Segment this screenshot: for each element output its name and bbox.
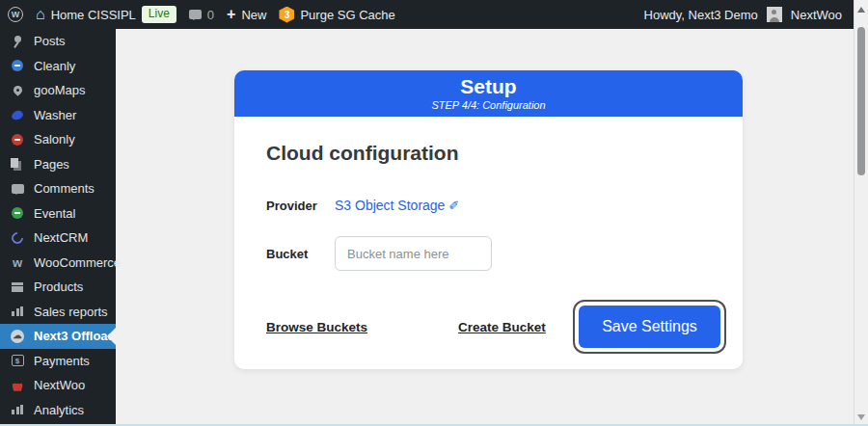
pushpin-icon bbox=[10, 34, 25, 49]
user-avatar[interactable] bbox=[767, 7, 782, 22]
salonly-icon bbox=[10, 132, 25, 147]
plus-icon: + bbox=[227, 7, 235, 22]
sidebar-item-label: Evental bbox=[34, 206, 75, 221]
scroll-up-arrow-icon[interactable] bbox=[857, 7, 865, 13]
pages-icon bbox=[10, 156, 25, 172]
save-settings-button[interactable]: Save Settings bbox=[579, 306, 720, 348]
vertical-scrollbar[interactable] bbox=[854, 0, 868, 426]
sidebar-item-comments[interactable]: Comments bbox=[0, 176, 116, 201]
washer-icon bbox=[10, 107, 25, 122]
edit-pencil-icon[interactable]: ✐ bbox=[448, 199, 459, 213]
sidebar-item-label: Sales reports bbox=[34, 305, 108, 319]
setup-card-footer: Browse Buckets Create Bucket Save Settin… bbox=[266, 304, 720, 350]
bar-chart-icon bbox=[10, 402, 25, 417]
comment-icon bbox=[189, 10, 202, 19]
sidebar-item-payments[interactable]: Payments bbox=[0, 349, 116, 374]
sidebar-item-label: Next3 Offload bbox=[34, 329, 116, 343]
sidebar-item-pages[interactable]: Pages bbox=[0, 152, 116, 177]
sidebar-item-analytics[interactable]: Analytics bbox=[0, 398, 116, 423]
setup-card-header: Setup STEP 4/4: Configuration bbox=[234, 70, 743, 117]
bucket-label: Bucket bbox=[266, 247, 335, 261]
sidebar-item-sales-reports[interactable]: Sales reports bbox=[0, 300, 116, 325]
live-status-badge: Live bbox=[142, 6, 176, 24]
sidebar-item-label: Washer bbox=[34, 108, 76, 122]
sidebar-item-label: NextWoo bbox=[34, 378, 85, 392]
basket-icon bbox=[10, 378, 25, 393]
sidebar-item-nextcrm[interactable]: NextCRM bbox=[0, 226, 116, 251]
cleanly-icon bbox=[10, 58, 25, 73]
sidebar-item-posts[interactable]: Posts bbox=[0, 29, 116, 54]
sidebar-item-label: Payments bbox=[34, 354, 90, 368]
nextwoo-menu-item[interactable]: NextWoo bbox=[791, 8, 842, 22]
provider-label: Provider bbox=[266, 199, 335, 213]
provider-row: Provider S3 Object Storage ✐ bbox=[266, 198, 711, 213]
home-icon: ⌂ bbox=[36, 7, 45, 22]
next3-hexagon-icon: 3 bbox=[279, 7, 294, 23]
admin-sidebar: Posts Cleanly gooMaps Washer Salonly Pag… bbox=[0, 29, 116, 426]
cloud-icon bbox=[10, 329, 25, 344]
sidebar-item-label: Analytics bbox=[34, 403, 84, 417]
setup-card: Setup STEP 4/4: Configuration Cloud conf… bbox=[234, 70, 743, 369]
nextcrm-icon bbox=[10, 230, 25, 246]
sidebar-item-label: gooMaps bbox=[34, 83, 85, 97]
sidebar-item-washer[interactable]: Washer bbox=[0, 103, 116, 128]
new-content-menu[interactable]: + New bbox=[227, 7, 266, 22]
sidebar-item-label: Cleanly bbox=[34, 59, 75, 73]
site-home-link[interactable]: ⌂ Home CISSIPL Live bbox=[36, 6, 176, 24]
provider-value-link[interactable]: S3 Object Storage ✐ bbox=[335, 198, 459, 213]
bucket-row: Bucket bbox=[266, 236, 711, 271]
sidebar-item-label: Products bbox=[34, 280, 83, 294]
scroll-down-arrow-icon[interactable] bbox=[857, 414, 865, 420]
wp-logo-menu[interactable]: W bbox=[8, 7, 23, 22]
bar-chart-icon bbox=[10, 304, 25, 319]
provider-value: S3 Object Storage bbox=[335, 198, 445, 213]
comment-count: 0 bbox=[207, 8, 214, 22]
scrollbar-thumb[interactable] bbox=[857, 27, 865, 175]
sidebar-item-products[interactable]: Products bbox=[0, 275, 116, 300]
woocommerce-icon: w bbox=[10, 254, 25, 270]
purge-sg-cache-label: Purge SG Cache bbox=[300, 8, 394, 22]
sidebar-item-goomaps[interactable]: gooMaps bbox=[0, 78, 116, 103]
admin-bar: W ⌂ Home CISSIPL Live 0 + New 3 Purge SG… bbox=[0, 0, 854, 29]
bucket-name-input[interactable] bbox=[335, 236, 492, 271]
setup-step-label: STEP 4/4: Configuration bbox=[234, 99, 743, 111]
map-pin-icon bbox=[10, 83, 25, 98]
browse-buckets-link[interactable]: Browse Buckets bbox=[266, 320, 367, 334]
new-label: New bbox=[241, 8, 266, 22]
create-bucket-link[interactable]: Create Bucket bbox=[458, 320, 546, 334]
howdy-user-link[interactable]: Howdy, Next3 Demo bbox=[644, 8, 758, 22]
sidebar-item-label: Comments bbox=[34, 181, 95, 196]
sidebar-item-evental[interactable]: Evental bbox=[0, 201, 116, 226]
wordpress-logo-icon: W bbox=[8, 7, 23, 22]
setup-title: Setup bbox=[234, 75, 743, 98]
comments-link[interactable]: 0 bbox=[189, 8, 214, 22]
sidebar-item-label: WooCommerce bbox=[34, 255, 121, 270]
sidebar-item-label: Salonly bbox=[34, 132, 75, 146]
admin-content-area: Setup STEP 4/4: Configuration Cloud conf… bbox=[116, 29, 854, 426]
sidebar-item-nextwoo[interactable]: NextWoo bbox=[0, 373, 116, 398]
site-name-label: Home CISSIPL bbox=[51, 8, 136, 22]
evental-icon bbox=[10, 205, 25, 221]
purge-sg-cache-button[interactable]: 3 Purge SG Cache bbox=[279, 7, 394, 23]
sidebar-item-next3-offload[interactable]: Next3 Offload bbox=[0, 324, 116, 349]
sidebar-item-label: Pages bbox=[34, 157, 69, 172]
sidebar-item-salonly[interactable]: Salonly bbox=[0, 127, 116, 152]
sidebar-item-label: Posts bbox=[34, 34, 66, 48]
sidebar-item-label: NextCRM bbox=[34, 230, 88, 245]
comment-icon bbox=[10, 181, 25, 197]
sidebar-item-cleanly[interactable]: Cleanly bbox=[0, 54, 116, 79]
sidebar-item-woocommerce[interactable]: w WooCommerce bbox=[0, 251, 116, 276]
cloud-configuration-heading: Cloud configuration bbox=[266, 142, 711, 165]
products-icon bbox=[10, 280, 25, 295]
payments-icon bbox=[10, 353, 25, 368]
